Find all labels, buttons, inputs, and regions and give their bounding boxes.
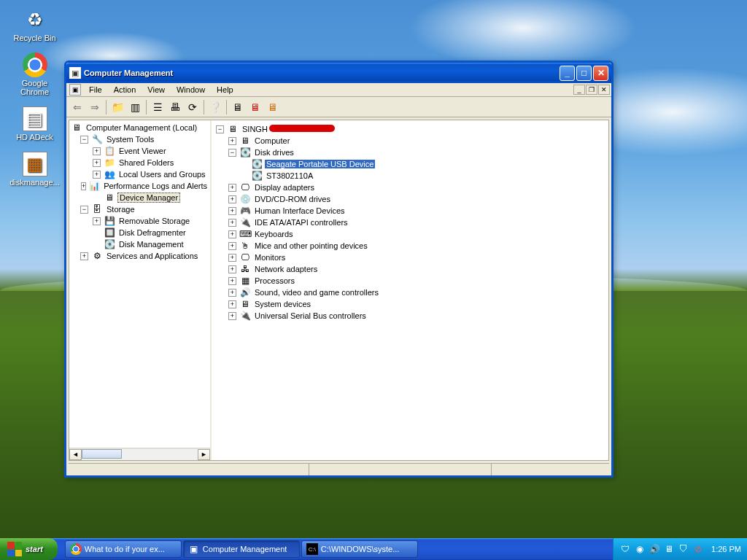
taskbar-item-chrome[interactable]: What to do if your ex... <box>65 540 182 558</box>
tree-perf-logs[interactable]: +📊Performance Logs and Alerts <box>71 180 209 192</box>
tray-icon[interactable]: 🔊 <box>649 543 660 555</box>
collapse-icon[interactable]: − <box>216 125 224 133</box>
device-network[interactable]: +🖧Network adapters <box>216 263 604 275</box>
help-button[interactable]: ❔ <box>207 99 223 115</box>
defrag-icon: 🔲 <box>104 227 115 238</box>
tray-icon[interactable]: ⛉ <box>678 543 689 555</box>
up-level-button[interactable]: 📁 <box>109 99 125 115</box>
device-sound[interactable]: +🔊Sound, video and game controllers <box>216 287 604 298</box>
tree-local-users[interactable]: +👥Local Users and Groups <box>71 168 209 180</box>
tree-disk-mgmt[interactable]: 💽Disk Management <box>71 238 209 250</box>
expand-icon[interactable]: + <box>81 182 86 190</box>
menu-file[interactable]: File <box>84 84 107 96</box>
device-disk-drives[interactable]: −💽Disk drives <box>216 147 604 158</box>
expand-icon[interactable]: + <box>228 207 236 215</box>
forward-button[interactable]: ⇒ <box>87 99 103 115</box>
menu-action[interactable]: Action <box>109 84 142 96</box>
expand-icon[interactable]: + <box>93 171 101 179</box>
tree-root[interactable]: 🖥Computer Management (Local) <box>71 122 209 133</box>
mdi-child-icon[interactable]: ▣ <box>69 84 81 96</box>
tree-services[interactable]: +⚙Services and Applications <box>71 250 209 262</box>
tray-icon[interactable]: ◉ <box>634 543 646 555</box>
minimize-button[interactable]: _ <box>560 66 575 81</box>
collapse-icon[interactable]: − <box>80 136 88 144</box>
device-ide[interactable]: +🔌IDE ATA/ATAPI controllers <box>216 217 604 228</box>
start-button[interactable]: start <box>0 538 58 560</box>
expand-icon[interactable]: + <box>228 195 236 203</box>
device-mice[interactable]: +🖱Mice and other pointing devices <box>216 240 604 252</box>
print-button[interactable]: 🖶 <box>167 99 183 115</box>
expand-icon[interactable]: + <box>228 219 236 227</box>
collapse-icon[interactable]: − <box>228 149 236 157</box>
desktop-icon-recycle-bin[interactable]: ♻Recycle Bin <box>7 7 62 42</box>
device-computer[interactable]: +🖥Computer <box>216 135 604 147</box>
console-tree: 🖥Computer Management (Local) −🔧System To… <box>69 120 210 263</box>
system-tray[interactable]: 🛡 ◉ 🔊 🖥 ⛉ ⊘ 1:26 PM <box>613 538 747 560</box>
device-hid[interactable]: +🎮Human Interface Devices <box>216 205 604 217</box>
tree-shared-folders[interactable]: +📁Shared Folders <box>71 157 209 168</box>
desktop-icon-chrome[interactable]: Google Chrome <box>7 52 62 96</box>
device-usb[interactable]: +🔌Universal Serial Bus controllers <box>216 310 604 322</box>
tree-storage[interactable]: −🗄Storage <box>71 203 209 215</box>
tree-system-tools[interactable]: −🔧System Tools <box>71 133 209 145</box>
device-st-drive[interactable]: 💽ST3802110A <box>216 170 604 182</box>
expand-icon[interactable]: + <box>93 159 101 167</box>
clock[interactable]: 1:26 PM <box>711 545 741 553</box>
desktop-icon-diskmanage[interactable]: ▦diskmanage... <box>7 152 62 187</box>
maximize-button[interactable]: □ <box>576 66 592 81</box>
back-button[interactable]: ⇐ <box>69 99 85 115</box>
device-processors[interactable]: +▦Processors <box>216 275 604 287</box>
tree-disk-defrag[interactable]: 🔲Disk Defragmenter <box>71 227 209 238</box>
mdi-minimize-button[interactable]: _ <box>573 85 585 95</box>
device-display[interactable]: +🖵Display adapters <box>216 182 604 193</box>
expand-icon[interactable]: + <box>228 312 236 320</box>
menu-help[interactable]: Help <box>212 84 239 96</box>
device-keyboards[interactable]: +⌨Keyboards <box>216 228 604 240</box>
expand-icon[interactable]: + <box>228 230 236 238</box>
mdi-close-button[interactable]: ✕ <box>598 85 610 95</box>
expand-icon[interactable]: + <box>228 137 236 145</box>
device-monitors[interactable]: +🖵Monitors <box>216 252 604 263</box>
tree-event-viewer[interactable]: +📋Event Viewer <box>71 145 209 157</box>
device-seagate-usb[interactable]: 💽Seagate Portable USB Device <box>216 158 604 170</box>
uninstall-button[interactable]: 🖥 <box>247 99 263 115</box>
tray-icon[interactable]: ⊘ <box>692 543 704 555</box>
properties-button[interactable]: ☰ <box>150 99 166 115</box>
scroll-left-button[interactable]: ◄ <box>69 449 82 460</box>
titlebar[interactable]: ▣ Computer Management _ □ ✕ <box>66 63 611 83</box>
menu-view[interactable]: View <box>142 84 170 96</box>
tray-icon[interactable]: 🛡 <box>619 543 631 555</box>
menu-window[interactable]: Window <box>171 84 210 96</box>
expand-icon[interactable]: + <box>228 254 236 262</box>
collapse-icon[interactable]: − <box>80 206 88 214</box>
show-hide-tree-button[interactable]: ▥ <box>127 99 143 115</box>
device-root[interactable]: −🖥SINGH <box>216 123 604 135</box>
expand-icon[interactable]: + <box>228 184 236 192</box>
refresh-button[interactable]: ⟳ <box>185 99 201 115</box>
expand-icon[interactable]: + <box>228 289 236 297</box>
expand-icon[interactable]: + <box>228 300 236 308</box>
expand-icon[interactable]: + <box>93 217 101 225</box>
expand-icon[interactable]: + <box>228 242 236 250</box>
expand-icon[interactable]: + <box>93 147 101 155</box>
tray-icon[interactable]: 🖥 <box>663 543 675 555</box>
tree-removable-storage[interactable]: +💾Removable Storage <box>71 215 209 227</box>
expand-icon[interactable]: + <box>80 252 88 260</box>
close-button[interactable]: ✕ <box>593 66 608 81</box>
taskbar-item-cmd[interactable]: C:\C:\WINDOWS\syste... <box>301 540 418 558</box>
scan-hardware-button[interactable]: 🖥 <box>230 99 246 115</box>
scroll-track[interactable] <box>82 449 198 460</box>
mdi-restore-button[interactable]: ❐ <box>586 85 597 95</box>
expand-icon[interactable]: + <box>228 265 236 273</box>
scroll-right-button[interactable]: ► <box>198 449 210 460</box>
device-system[interactable]: +🖥System devices <box>216 298 604 310</box>
expand-icon[interactable]: + <box>228 277 236 285</box>
taskbar-item-compmgmt[interactable]: ▣Computer Management <box>183 540 300 558</box>
device-dvd[interactable]: +💿DVD/CD-ROM drives <box>216 193 604 205</box>
desktop-icon-hdadeck[interactable]: ▤HD ADeck <box>7 106 62 141</box>
disable-button[interactable]: 🖥 <box>265 99 281 115</box>
tree-device-manager[interactable]: 🖥Device Manager <box>71 192 209 203</box>
scroll-thumb[interactable] <box>82 449 122 459</box>
tools-icon: 🔧 <box>91 133 103 145</box>
horizontal-scrollbar[interactable]: ◄ ► <box>69 448 210 460</box>
